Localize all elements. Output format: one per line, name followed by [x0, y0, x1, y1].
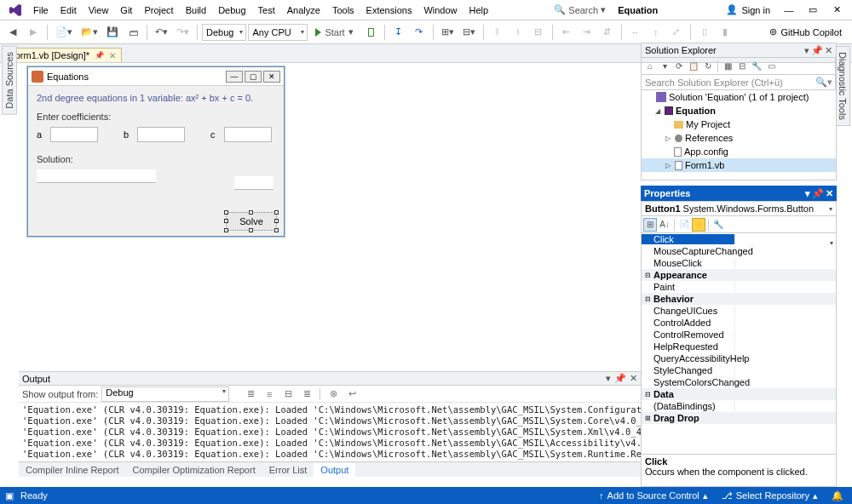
start-nodebug-button[interactable]: [361, 23, 380, 42]
tree-project[interactable]: ◢Equation: [642, 104, 836, 117]
cat-appearance[interactable]: ⊟Appearance: [642, 269, 836, 281]
se-search-box[interactable]: Search Solution Explorer (Ctrl+ü) 🔍▾: [641, 75, 837, 90]
output-tab[interactable]: Compiler Optimization Report: [125, 463, 262, 477]
out-btn-4[interactable]: ≣: [299, 387, 314, 402]
prop-pin-icon[interactable]: 📌: [812, 188, 824, 199]
se-preview-icon[interactable]: ▭: [764, 60, 778, 73]
sign-in-button[interactable]: 👤 Sign in: [719, 2, 777, 18]
layout-btn-2[interactable]: ⫲: [509, 23, 527, 42]
out-dropdown-icon[interactable]: ▾: [606, 373, 611, 384]
menu-debug[interactable]: Debug: [212, 3, 251, 18]
menu-git[interactable]: Git: [114, 3, 138, 18]
nav-back-button[interactable]: ◀: [3, 23, 22, 42]
diagnostic-tools-tab[interactable]: Diagnostic Tools: [835, 46, 850, 126]
cat-data[interactable]: ⊟Data: [642, 388, 836, 400]
form-designer[interactable]: Equations — ▢ ✕ 2nd degree equations in …: [19, 63, 641, 371]
notifications-icon[interactable]: 🔔: [828, 490, 847, 501]
redo-button[interactable]: ↷▾: [173, 23, 193, 42]
tree-appconfig[interactable]: App.config: [642, 145, 836, 158]
se-refresh-icon[interactable]: ↻: [701, 60, 715, 73]
spacing-btn-4[interactable]: ↔: [626, 23, 645, 42]
se-tree[interactable]: Solution 'Equation' (1 of 1 project) ◢Eq…: [641, 90, 837, 180]
spacing-btn-2[interactable]: ⇥: [578, 23, 596, 42]
solution-textbox-2[interactable]: [234, 176, 273, 190]
undo-button[interactable]: ↶▾: [152, 23, 171, 42]
out-pin-icon[interactable]: 📌: [614, 373, 626, 384]
layout-btn-3[interactable]: ⊟: [529, 23, 548, 42]
out-btn-1[interactable]: ≣: [243, 387, 258, 402]
data-sources-tab[interactable]: Data Sources: [2, 46, 17, 115]
output-text[interactable]: 'Equation.exe' (CLR v4.0.30319: Equation…: [19, 403, 641, 461]
se-sync-icon[interactable]: ⟳: [672, 60, 686, 73]
event-row[interactable]: (DataBindings): [642, 400, 836, 412]
menu-view[interactable]: View: [83, 3, 115, 18]
save-all-button[interactable]: 🗃: [124, 23, 142, 42]
menu-analyze[interactable]: Analyze: [281, 3, 326, 18]
solution-textbox-1[interactable]: [37, 169, 156, 183]
properties-tab-icon[interactable]: 📄: [677, 218, 691, 232]
menu-tools[interactable]: Tools: [326, 3, 360, 18]
menu-edit[interactable]: Edit: [55, 3, 83, 18]
document-tab[interactable]: Form1.vb [Design]* 📌 ✕: [3, 48, 122, 62]
prop-close-icon[interactable]: ✕: [826, 188, 833, 199]
pin-icon[interactable]: 📌: [95, 51, 104, 60]
form-window[interactable]: Equations — ▢ ✕ 2nd degree equations in …: [27, 66, 285, 237]
spacing-btn-5[interactable]: ↕: [647, 23, 665, 42]
prop-dropdown-icon[interactable]: ▾: [805, 188, 810, 199]
se-collapse-icon[interactable]: ⊟: [735, 60, 749, 73]
properties-grid[interactable]: Click MouseCaptureChangedMouseClick ⊟App…: [641, 233, 837, 455]
event-row[interactable]: SystemColorsChanged: [642, 376, 836, 388]
align-button-2[interactable]: ⊟▾: [459, 23, 479, 42]
order-btn-1[interactable]: ▯: [695, 23, 714, 42]
form-body[interactable]: 2nd degree equations in 1 variable: ax² …: [28, 86, 284, 236]
event-click-row[interactable]: Click: [642, 233, 836, 245]
menu-help[interactable]: Help: [463, 3, 495, 18]
event-row[interactable]: ControlRemoved: [642, 329, 836, 341]
se-showall-icon[interactable]: ▦: [721, 60, 734, 73]
layout-btn-1[interactable]: ⫴: [488, 23, 507, 42]
output-tab[interactable]: Compiler Inline Report: [19, 463, 125, 477]
tree-references[interactable]: ▷References: [642, 131, 836, 145]
properties-object-combo[interactable]: Button1 System.Windows.Forms.Button ▾: [641, 201, 837, 216]
spacing-btn-6[interactable]: ⤢: [667, 23, 686, 42]
new-project-button[interactable]: 📄▾: [52, 23, 76, 42]
select-repo-button[interactable]: ⎇ Select Repository ▴: [718, 490, 821, 501]
cat-dragdrop[interactable]: ⊞Drag Drop: [642, 412, 836, 424]
restore-button[interactable]: ▭: [801, 2, 825, 18]
tree-solution[interactable]: Solution 'Equation' (1 of 1 project): [642, 90, 836, 104]
menu-test[interactable]: Test: [252, 3, 281, 18]
step-into-button[interactable]: ↧: [389, 23, 408, 42]
menu-window[interactable]: Window: [417, 3, 463, 18]
config-combo[interactable]: Debug: [202, 24, 246, 41]
event-row[interactable]: MouseClick: [642, 257, 836, 269]
event-row[interactable]: MouseCaptureChanged: [642, 245, 836, 257]
output-tab[interactable]: Error List: [262, 463, 314, 477]
nav-fwd-button[interactable]: ▶: [24, 23, 43, 42]
spacing-btn-1[interactable]: ⇤: [557, 23, 576, 42]
se-pin-icon[interactable]: 📌: [811, 45, 823, 56]
events-tab-icon[interactable]: ⚡: [692, 218, 705, 232]
align-button-1[interactable]: ⊞▾: [438, 23, 458, 42]
start-debug-button[interactable]: Start▾: [309, 23, 359, 42]
solve-button[interactable]: Solve: [226, 212, 277, 231]
cat-behavior[interactable]: ⊟Behavior: [642, 293, 836, 305]
tree-myproject[interactable]: My Project: [642, 117, 836, 131]
step-over-button[interactable]: ↷: [410, 23, 429, 42]
close-button[interactable]: ✕: [825, 2, 849, 18]
output-from-combo[interactable]: Debug: [101, 387, 229, 402]
platform-combo[interactable]: Any CPU: [248, 24, 308, 41]
se-close-icon[interactable]: ✕: [825, 45, 832, 56]
output-tab[interactable]: Output: [314, 463, 355, 477]
c-textbox[interactable]: [224, 127, 272, 142]
out-btn-3[interactable]: ⊟: [280, 387, 296, 402]
se-properties-icon[interactable]: 🔧: [750, 60, 763, 73]
se-home-icon[interactable]: ⌂: [643, 60, 657, 73]
menu-build[interactable]: Build: [180, 3, 212, 18]
close-tab-icon[interactable]: ✕: [109, 51, 116, 60]
tree-form1[interactable]: ▷Form1.vb: [642, 158, 836, 172]
event-row[interactable]: HelpRequested: [642, 341, 836, 352]
event-row[interactable]: ControlAdded: [642, 317, 836, 329]
menu-extensions[interactable]: Extensions: [360, 3, 418, 18]
property-pages-icon[interactable]: 🔧: [711, 218, 725, 232]
source-control-button[interactable]: ↑ Add to Source Control ▴: [596, 490, 711, 501]
